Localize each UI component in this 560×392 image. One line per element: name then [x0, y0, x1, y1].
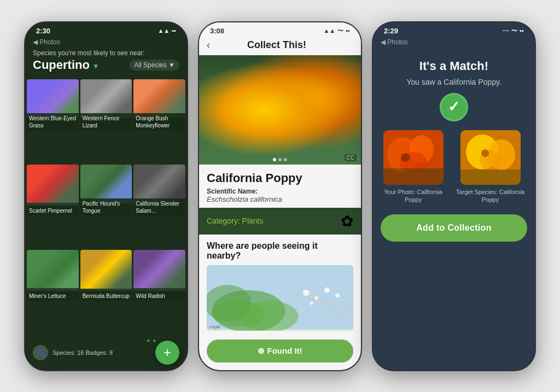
hero-dots: [273, 158, 287, 161]
species-card[interactable]: Scarlet Pimpernel: [27, 165, 79, 217]
signal-icon: ▲▲: [323, 27, 335, 34]
species-card-label: Western Blue-Eyed Grass: [27, 113, 79, 131]
target-photo-caption: Target Species: California Poppy: [453, 188, 527, 204]
status-bar-1: 2:30 ▲▲ ▪▪: [25, 22, 187, 37]
match-subtitle: You saw a California Poppy.: [406, 78, 501, 86]
species-card[interactable]: Miner's Lettuce: [27, 250, 79, 302]
screen2-title: Collect This!: [247, 39, 306, 51]
map-legal: Legal: [209, 324, 220, 329]
category-bar: Category: Plants ✿: [199, 208, 361, 235]
species-card[interactable]: Bermuda Buttercup: [80, 250, 132, 302]
phone-screen2: 3:08 ▲▲ 〜 ▪▪ ‹ Collect This!: [198, 21, 362, 371]
species-card-label: Orange Bush Monkeyflower: [133, 113, 185, 131]
svg-point-5: [303, 289, 309, 295]
battery-icon-2: ▪▪: [346, 27, 350, 34]
scientific-name: Eschscholzia californica: [207, 195, 353, 203]
location-name: Cupertino: [33, 58, 90, 72]
where-title: Where are people seeing it nearby?: [207, 241, 353, 261]
your-photo-caption: Your Photo: California Poppy: [381, 188, 446, 204]
svg-point-4: [212, 300, 265, 326]
species-card-label: Scarlet Pimpernel: [27, 206, 79, 216]
svg-point-7: [324, 287, 330, 292]
svg-point-22: [481, 149, 489, 157]
all-species-filter[interactable]: All Species ▼: [130, 60, 179, 71]
species-card-image: [27, 250, 79, 289]
species-card-image: [80, 250, 132, 289]
species-card[interactable]: Wild Radish: [133, 250, 185, 302]
your-photo-thumb: [383, 130, 444, 185]
cc-label: CC: [345, 154, 357, 161]
svg-rect-23: [460, 169, 521, 185]
check-icon: ✓: [448, 98, 460, 115]
status-icons-1: ▲▲ ▪▪: [158, 27, 176, 34]
species-card[interactable]: California Slender Salam...: [133, 165, 185, 217]
battery-icon-3: ▪▪: [520, 27, 524, 34]
wifi-icon-3: 〜: [511, 27, 517, 35]
species-card-label: Miner's Lettuce: [27, 291, 79, 301]
location-subtitle: Species you're most likely to see near:: [33, 49, 179, 57]
species-card[interactable]: Orange Bush Monkeyflower: [133, 79, 185, 131]
species-card[interactable]: Western Fence Lizard: [80, 79, 132, 131]
svg-point-8: [335, 293, 340, 297]
species-card-label: Wild Radish: [133, 291, 185, 301]
stats-text: Species: 16 Badges: 8: [52, 349, 113, 356]
location-area[interactable]: Cupertino ▼: [33, 58, 100, 72]
species-card-image: [27, 165, 79, 203]
category-text: Category: Plants: [207, 217, 264, 225]
target-photo-svg: [460, 130, 521, 185]
back-icon-1: ◀ Photos: [33, 38, 60, 46]
your-photo-svg: [383, 130, 444, 185]
match-title: It's a Match!: [419, 59, 488, 73]
status-icons-3: ···· 〜 ▪▪: [503, 27, 524, 35]
screens-container: 2:30 ▲▲ ▪▪ ◀ Photos Species you're most …: [13, 10, 547, 382]
time-1: 2:30: [36, 27, 50, 35]
hero-dot-1[interactable]: [273, 158, 276, 161]
species-card[interactable]: Pacific Hound's Tongue: [80, 165, 132, 217]
species-card[interactable]: Western Blue-Eyed Grass: [27, 79, 79, 131]
screen3-content: It's a Match! You saw a California Poppy…: [373, 50, 535, 370]
your-photo-item: Your Photo: California Poppy: [381, 130, 446, 204]
svg-rect-17: [383, 168, 444, 185]
back-button-2[interactable]: ‹: [207, 39, 210, 51]
species-grid: Western Blue-Eyed GrassWestern Fence Liz…: [25, 78, 187, 335]
signal-icon-3: ····: [503, 27, 509, 34]
flower-icon: ✿: [341, 212, 353, 230]
found-it-button[interactable]: ⊕ Found It!: [207, 340, 353, 362]
time-3: 2:29: [384, 27, 398, 35]
species-card-image: [27, 79, 79, 118]
map-blob-svg: [207, 265, 353, 331]
screen1-footer: 🐾 Species: 16 Badges: 8 ✦ ✦ +: [25, 335, 187, 370]
back-button-3[interactable]: ◀ Photos: [381, 38, 527, 46]
photo-comparison: Your Photo: California Poppy: [381, 130, 527, 204]
species-card-image: [80, 165, 132, 203]
status-bar-3: 2:29 ···· 〜 ▪▪: [373, 22, 535, 37]
wifi-icon: ▲▲: [158, 27, 170, 34]
status-icons-2: ▲▲ 〜 ▪▪: [323, 27, 350, 35]
where-section: Where are people seeing it nearby?: [199, 235, 361, 335]
svg-point-9: [310, 301, 313, 305]
target-photo-thumb: [460, 130, 521, 185]
species-card-label: Bermuda Buttercup: [80, 291, 132, 301]
svg-point-16: [401, 153, 410, 162]
hero-image: CC: [199, 55, 361, 165]
species-card-label: Pacific Hound's Tongue: [80, 198, 132, 216]
hero-dot-3[interactable]: [284, 158, 287, 161]
species-card-label: Western Fence Lizard: [80, 113, 132, 131]
time-2: 3:08: [210, 27, 224, 35]
footer-left: 🐾 Species: 16 Badges: 8: [33, 345, 113, 360]
screen2-content[interactable]: CC California Poppy Scientific Name: Esc…: [199, 55, 361, 370]
wifi-icon-2: 〜: [337, 27, 343, 35]
map-area[interactable]: Legal: [207, 265, 353, 331]
add-fab-button[interactable]: +: [155, 341, 179, 365]
location-dropdown-icon: ▼: [92, 62, 100, 71]
screen3-nav: ◀ Photos: [373, 37, 535, 50]
screen1-nav: ◀ Photos Species you're most likely to s…: [25, 37, 187, 78]
hero-dot-2[interactable]: [278, 158, 282, 161]
back-button-1[interactable]: ◀ Photos: [33, 38, 179, 46]
add-to-collection-button[interactable]: Add to Collection: [381, 214, 527, 242]
check-circle: ✓: [440, 93, 468, 121]
location-row: Cupertino ▼ All Species ▼: [33, 58, 179, 72]
species-card-image: [133, 250, 185, 289]
back-icon-3: ◀ Photos: [381, 38, 408, 46]
status-bar-2: 3:08 ▲▲ 〜 ▪▪: [199, 22, 361, 37]
